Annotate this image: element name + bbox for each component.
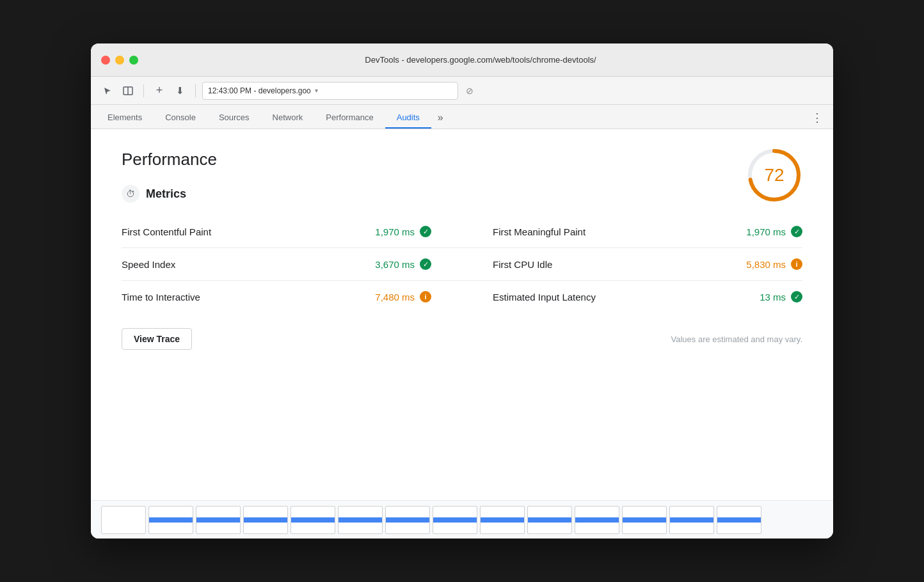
metric-row-fmp: First Meaningful Paint 1,970 ms ✓ xyxy=(462,216,802,248)
metric-name-tti: Time to Interactive xyxy=(122,292,200,303)
titlebar: DevTools - developers.google.com/web/too… xyxy=(91,43,833,77)
devtools-window: DevTools - developers.google.com/web/too… xyxy=(91,43,833,539)
main-content: Performance 72 ⏱ Metrics xyxy=(91,129,833,500)
minimize-button[interactable] xyxy=(115,56,124,65)
score-value: 72 xyxy=(764,165,784,185)
film-thumb-7 xyxy=(433,506,477,534)
metrics-left-column: First Contentful Paint 1,970 ms ✓ Speed … xyxy=(122,216,462,313)
url-display[interactable]: 12:43:00 PM - developers.goo ▾ xyxy=(202,82,458,100)
metrics-grid: First Contentful Paint 1,970 ms ✓ Speed … xyxy=(122,216,802,313)
download-button[interactable]: ⬇ xyxy=(171,82,189,100)
tab-network[interactable]: Network xyxy=(261,107,315,129)
metric-value-fci: 5,830 ms xyxy=(746,259,786,270)
metric-value-group-eil: 13 ms ✓ xyxy=(760,291,802,303)
window-title: DevTools - developers.google.com/web/too… xyxy=(138,55,823,65)
check-icon-eil: ✓ xyxy=(791,291,802,303)
film-thumb-8 xyxy=(480,506,525,534)
score-circle-container: 72 xyxy=(746,147,802,203)
metric-name-si: Speed Index xyxy=(122,259,175,270)
add-recording-button[interactable]: + xyxy=(150,82,168,100)
metric-value-fcp: 1,970 ms xyxy=(375,226,415,237)
film-thumb-12 xyxy=(669,506,714,534)
tab-audits[interactable]: Audits xyxy=(385,107,431,129)
metrics-icon: ⏱ xyxy=(122,185,139,203)
toolbar-divider xyxy=(143,84,144,97)
section-title: Performance xyxy=(122,150,802,169)
toolbar-divider-2 xyxy=(195,84,196,97)
dock-icon[interactable] xyxy=(119,82,137,100)
close-button[interactable] xyxy=(101,56,110,65)
toolbar: + ⬇ 12:43:00 PM - developers.goo ▾ ⊘ xyxy=(91,77,833,105)
metric-value-group-fmp: 1,970 ms ✓ xyxy=(746,226,802,237)
check-icon-si: ✓ xyxy=(420,258,431,270)
more-tabs-button[interactable]: » xyxy=(431,107,450,129)
metric-value-group-fcp: 1,970 ms ✓ xyxy=(375,226,431,237)
info-icon-fci: i xyxy=(791,258,802,270)
metric-value-eil: 13 ms xyxy=(760,292,786,303)
tabs-bar: Elements Console Sources Network Perform… xyxy=(91,105,833,129)
film-thumb-5 xyxy=(338,506,383,534)
view-trace-button[interactable]: View Trace xyxy=(122,328,192,350)
metric-row-fci: First CPU Idle 5,830 ms i xyxy=(462,248,802,281)
maximize-button[interactable] xyxy=(129,56,138,65)
performance-score-circle: 72 xyxy=(746,147,802,203)
tab-sources[interactable]: Sources xyxy=(207,107,261,129)
film-thumb-1 xyxy=(148,506,193,534)
film-thumb-13 xyxy=(717,506,761,534)
info-icon-tti: i xyxy=(420,291,431,303)
tab-elements[interactable]: Elements xyxy=(96,107,154,129)
tab-console[interactable]: Console xyxy=(154,107,207,129)
metric-value-si: 3,670 ms xyxy=(375,259,415,270)
metrics-header: ⏱ Metrics xyxy=(122,185,802,203)
metric-value-group-fci: 5,830 ms i xyxy=(746,258,802,270)
url-text: 12:43:00 PM - developers.goo xyxy=(208,86,311,95)
film-thumb-9 xyxy=(527,506,572,534)
metric-value-fmp: 1,970 ms xyxy=(746,226,786,237)
metric-row-fcp: First Contentful Paint 1,970 ms ✓ xyxy=(122,216,462,248)
metric-value-tti: 7,480 ms xyxy=(375,292,415,303)
metric-row-tti: Time to Interactive 7,480 ms i xyxy=(122,281,462,313)
film-thumb-4 xyxy=(291,506,335,534)
film-thumb-0 xyxy=(101,506,146,534)
check-icon-fcp: ✓ xyxy=(420,226,431,237)
metric-row-si: Speed Index 3,670 ms ✓ xyxy=(122,248,462,281)
metric-row-eil: Estimated Input Latency 13 ms ✓ xyxy=(462,281,802,313)
metric-name-fci: First CPU Idle xyxy=(493,259,552,270)
film-thumb-6 xyxy=(385,506,430,534)
filmstrip-thumbs xyxy=(101,506,761,534)
metric-name-eil: Estimated Input Latency xyxy=(493,292,596,303)
film-thumb-3 xyxy=(243,506,288,534)
filmstrip xyxy=(91,500,833,539)
check-icon-fmp: ✓ xyxy=(791,226,802,237)
tab-performance[interactable]: Performance xyxy=(314,107,385,129)
footer-note: Values are estimated and may vary. xyxy=(671,334,802,344)
footer-row: View Trace Values are estimated and may … xyxy=(122,326,802,350)
devtools-options-button[interactable]: ⋮ xyxy=(801,107,833,129)
url-dropdown-arrow: ▾ xyxy=(315,87,318,94)
metrics-title: Metrics xyxy=(146,187,186,201)
metric-name-fmp: First Meaningful Paint xyxy=(493,226,585,237)
cursor-icon[interactable] xyxy=(99,82,116,100)
metric-value-group-tti: 7,480 ms i xyxy=(375,291,431,303)
no-entry-icon[interactable]: ⊘ xyxy=(466,86,474,96)
metric-name-fcp: First Contentful Paint xyxy=(122,226,211,237)
window-controls xyxy=(101,56,138,65)
film-thumb-11 xyxy=(622,506,667,534)
metrics-right-column: First Meaningful Paint 1,970 ms ✓ First … xyxy=(462,216,802,313)
metric-value-group-si: 3,670 ms ✓ xyxy=(375,258,431,270)
film-thumb-10 xyxy=(575,506,619,534)
film-thumb-2 xyxy=(196,506,241,534)
